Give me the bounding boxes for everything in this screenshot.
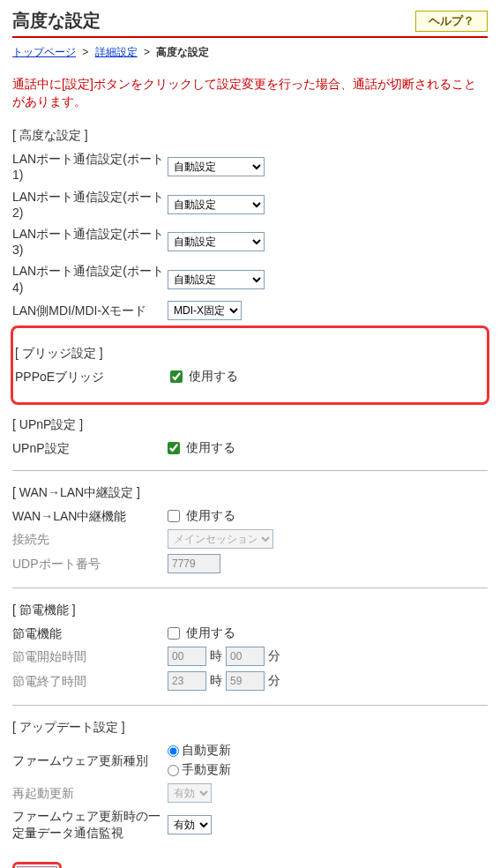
mdi-select[interactable]: MDI-X固定 [168,301,242,320]
section-bridge: [ ブリッジ設定 ] [15,346,485,362]
breadcrumb-sep: > [82,46,88,58]
section-update: [ アップデート設定 ] [12,720,488,736]
lan-port3-select[interactable]: 自動設定 [168,232,265,251]
lan-port4-label: LANポート通信設定(ポート4) [12,263,168,295]
fw-manual-radio[interactable] [168,765,179,776]
section-power: [ 節電機能 ] [12,602,488,618]
upnp-label: UPnP設定 [12,440,168,456]
mm-unit: 分 [268,673,280,689]
relay-udp-input [168,554,220,573]
relay-dest-select: メインセッション [168,529,273,549]
section-relay: [ WAN→LAN中継設定 ] [12,485,488,501]
help-button[interactable]: ヘルプ？ [415,11,488,32]
lan-port1-label: LANポート通信設定(ポート1) [12,151,168,183]
power-start-hh [168,647,206,666]
relay-dest-label: 接続先 [12,531,168,547]
breadcrumb-detail[interactable]: 詳細設定 [95,46,138,58]
hh-unit: 時 [210,648,222,664]
relay-checkbox[interactable] [168,510,180,522]
power-start-mm [226,647,265,666]
breadcrumb-sep: > [144,46,150,58]
power-start-label: 節電開始時間 [12,648,168,664]
power-end-label: 節電終了時間 [12,673,168,689]
warning-text: 通話中に[設定]ボタンをクリックして設定変更を行った場合、通話が切断されることが… [12,76,488,110]
relay-udp-label: UDPポート番号 [12,556,168,572]
breadcrumb: トップページ > 詳細設定 > 高度な設定 [12,45,488,60]
upnp-checkbox[interactable] [168,442,180,454]
reboot-label: 再起動更新 [12,785,168,801]
submit-highlight: 設定 [12,862,62,868]
section-upnp: [ UPnP設定 ] [12,417,488,433]
hh-unit: 時 [210,673,222,689]
page-title: 高度な設定 [12,9,101,33]
fw-auto-radio[interactable] [168,745,179,757]
power-end-hh [168,671,206,691]
relay-func-label: WAN→LAN中継機能 [12,508,168,524]
divider [12,470,488,471]
power-end-mm [226,671,265,691]
divider [12,705,488,706]
fw-manual-label: 手動更新 [182,762,231,778]
bridge-highlight: [ ブリッジ設定 ] PPPoEブリッジ 使用する [11,326,489,405]
pppoe-label: PPPoEブリッジ [15,369,170,385]
mdi-label: LAN側MDI/MDI-Xモード [12,303,168,318]
upnp-use-label: 使用する [186,440,235,456]
lan-port3-label: LANポート通信設定(ポート3) [12,226,168,258]
lan-port2-select[interactable]: 自動設定 [168,195,265,214]
fw-type-label: ファームウェア更新種別 [12,752,168,768]
breadcrumb-top[interactable]: トップページ [12,46,76,58]
lan-port4-select[interactable]: 自動設定 [168,270,265,289]
power-checkbox[interactable] [168,627,180,640]
divider [12,587,488,588]
monitor-label: ファームウェア更新時の一定量データ通信監視 [12,808,168,840]
breadcrumb-current: 高度な設定 [156,46,209,58]
pppoe-use-label: 使用する [189,369,238,385]
fw-auto-label: 自動更新 [182,743,231,759]
mm-unit: 分 [268,648,280,664]
monitor-select[interactable]: 有効 [168,815,212,834]
lan-port1-select[interactable]: 自動設定 [168,157,265,176]
power-use-label: 使用する [186,625,235,641]
pppoe-checkbox[interactable] [170,370,183,383]
relay-use-label: 使用する [186,508,235,524]
reboot-select: 有効 [168,783,212,803]
power-func-label: 節電機能 [12,625,168,641]
section-advanced: [ 高度な設定 ] [12,128,488,144]
lan-port2-label: LANポート通信設定(ポート2) [12,189,168,221]
